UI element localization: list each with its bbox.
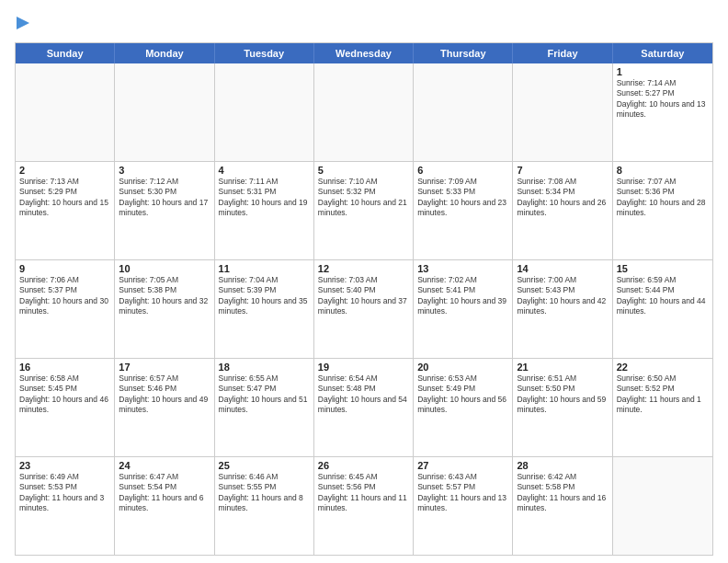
day-info: Sunrise: 6:54 AM Sunset: 5:48 PM Dayligh…: [318, 373, 409, 416]
day-cell-23: 23Sunrise: 6:49 AM Sunset: 5:53 PM Dayli…: [16, 457, 115, 555]
day-info: Sunrise: 7:02 AM Sunset: 5:41 PM Dayligh…: [417, 275, 508, 317]
day-info: Sunrise: 6:58 AM Sunset: 5:45 PM Dayligh…: [19, 373, 110, 416]
day-info: Sunrise: 7:07 AM Sunset: 5:36 PM Dayligh…: [617, 177, 709, 219]
day-info: Sunrise: 7:13 AM Sunset: 5:29 PM Dayligh…: [19, 177, 110, 219]
day-info: Sunrise: 7:14 AM Sunset: 5:27 PM Dayligh…: [617, 78, 709, 121]
empty-cell-r0c0: [16, 63, 115, 161]
day-info: Sunrise: 6:46 AM Sunset: 5:55 PM Dayligh…: [219, 472, 310, 514]
day-info: Sunrise: 7:08 AM Sunset: 5:34 PM Dayligh…: [517, 177, 608, 219]
day-cell-18: 18Sunrise: 6:55 AM Sunset: 5:47 PM Dayli…: [215, 359, 314, 456]
day-cell-14: 14Sunrise: 7:00 AM Sunset: 5:43 PM Dayli…: [513, 260, 612, 358]
day-number: 8: [617, 165, 709, 176]
day-number: 13: [417, 263, 508, 274]
day-cell-2: 2Sunrise: 7:13 AM Sunset: 5:29 PM Daylig…: [16, 162, 115, 259]
page: SundayMondayTuesdayWednesdayThursdayFrid…: [0, 0, 728, 563]
day-info: Sunrise: 6:59 AM Sunset: 5:44 PM Dayligh…: [617, 275, 709, 317]
day-number: 26: [318, 460, 409, 471]
day-info: Sunrise: 7:09 AM Sunset: 5:33 PM Dayligh…: [417, 177, 508, 219]
day-number: 25: [219, 460, 310, 471]
day-number: 27: [417, 460, 508, 471]
day-info: Sunrise: 6:42 AM Sunset: 5:58 PM Dayligh…: [517, 472, 608, 514]
day-number: 11: [219, 263, 310, 274]
day-number: 10: [119, 263, 210, 274]
day-info: Sunrise: 7:03 AM Sunset: 5:40 PM Dayligh…: [318, 275, 409, 317]
day-info: Sunrise: 6:50 AM Sunset: 5:52 PM Dayligh…: [617, 373, 709, 416]
empty-cell-r0c1: [115, 63, 214, 161]
day-info: Sunrise: 7:04 AM Sunset: 5:39 PM Dayligh…: [219, 275, 310, 317]
day-cell-7: 7Sunrise: 7:08 AM Sunset: 5:34 PM Daylig…: [513, 162, 612, 259]
day-info: Sunrise: 7:00 AM Sunset: 5:43 PM Dayligh…: [517, 275, 608, 317]
weekday-header-monday: Monday: [115, 43, 214, 63]
weekday-header-tuesday: Tuesday: [215, 43, 314, 63]
empty-cell-r0c4: [414, 63, 513, 161]
day-cell-26: 26Sunrise: 6:45 AM Sunset: 5:56 PM Dayli…: [314, 457, 414, 555]
empty-cell-r4c6: [613, 457, 712, 555]
day-info: Sunrise: 6:51 AM Sunset: 5:50 PM Dayligh…: [517, 373, 608, 416]
day-info: Sunrise: 6:55 AM Sunset: 5:47 PM Dayligh…: [219, 373, 310, 416]
day-number: 17: [119, 362, 210, 373]
day-info: Sunrise: 6:47 AM Sunset: 5:54 PM Dayligh…: [119, 472, 210, 514]
empty-cell-r0c2: [215, 63, 314, 161]
day-number: 18: [219, 362, 310, 373]
day-number: 28: [517, 460, 608, 471]
day-cell-5: 5Sunrise: 7:10 AM Sunset: 5:32 PM Daylig…: [314, 162, 414, 259]
day-cell-8: 8Sunrise: 7:07 AM Sunset: 5:36 PM Daylig…: [613, 162, 712, 259]
day-cell-24: 24Sunrise: 6:47 AM Sunset: 5:54 PM Dayli…: [115, 457, 214, 555]
logo: [15, 15, 35, 35]
weekday-header-friday: Friday: [513, 43, 612, 63]
empty-cell-r0c3: [314, 63, 414, 161]
day-cell-6: 6Sunrise: 7:09 AM Sunset: 5:33 PM Daylig…: [414, 162, 513, 259]
day-cell-13: 13Sunrise: 7:02 AM Sunset: 5:41 PM Dayli…: [414, 260, 513, 358]
day-info: Sunrise: 6:43 AM Sunset: 5:57 PM Dayligh…: [417, 472, 508, 514]
day-info: Sunrise: 7:12 AM Sunset: 5:30 PM Dayligh…: [119, 177, 210, 219]
day-number: 12: [318, 263, 409, 274]
calendar: SundayMondayTuesdayWednesdayThursdayFrid…: [15, 42, 713, 556]
day-cell-27: 27Sunrise: 6:43 AM Sunset: 5:57 PM Dayli…: [414, 457, 513, 555]
day-number: 20: [417, 362, 508, 373]
header: [15, 15, 713, 35]
svg-marker-0: [17, 17, 29, 29]
day-number: 2: [19, 165, 110, 176]
day-number: 6: [417, 165, 508, 176]
calendar-row-0: 1Sunrise: 7:14 AM Sunset: 5:27 PM Daylig…: [16, 63, 712, 162]
day-number: 21: [517, 362, 608, 373]
day-info: Sunrise: 7:05 AM Sunset: 5:38 PM Dayligh…: [119, 275, 210, 317]
day-info: Sunrise: 7:06 AM Sunset: 5:37 PM Dayligh…: [19, 275, 110, 317]
calendar-body: 1Sunrise: 7:14 AM Sunset: 5:27 PM Daylig…: [16, 63, 712, 555]
day-number: 24: [119, 460, 210, 471]
day-cell-11: 11Sunrise: 7:04 AM Sunset: 5:39 PM Dayli…: [215, 260, 314, 358]
day-cell-15: 15Sunrise: 6:59 AM Sunset: 5:44 PM Dayli…: [613, 260, 712, 358]
calendar-header: SundayMondayTuesdayWednesdayThursdayFrid…: [16, 43, 712, 63]
weekday-header-thursday: Thursday: [414, 43, 513, 63]
day-number: 9: [19, 263, 110, 274]
day-cell-9: 9Sunrise: 7:06 AM Sunset: 5:37 PM Daylig…: [16, 260, 115, 358]
calendar-row-2: 9Sunrise: 7:06 AM Sunset: 5:37 PM Daylig…: [16, 260, 712, 359]
weekday-header-wednesday: Wednesday: [314, 43, 414, 63]
day-cell-3: 3Sunrise: 7:12 AM Sunset: 5:30 PM Daylig…: [115, 162, 214, 259]
logo-wrapper: [15, 15, 35, 35]
calendar-row-3: 16Sunrise: 6:58 AM Sunset: 5:45 PM Dayli…: [16, 359, 712, 457]
day-cell-28: 28Sunrise: 6:42 AM Sunset: 5:58 PM Dayli…: [513, 457, 612, 555]
weekday-header-sunday: Sunday: [16, 43, 115, 63]
day-cell-17: 17Sunrise: 6:57 AM Sunset: 5:46 PM Dayli…: [115, 359, 214, 456]
calendar-row-4: 23Sunrise: 6:49 AM Sunset: 5:53 PM Dayli…: [16, 457, 712, 555]
day-info: Sunrise: 7:10 AM Sunset: 5:32 PM Dayligh…: [318, 177, 409, 219]
day-number: 16: [19, 362, 110, 373]
day-cell-4: 4Sunrise: 7:11 AM Sunset: 5:31 PM Daylig…: [215, 162, 314, 259]
day-cell-16: 16Sunrise: 6:58 AM Sunset: 5:45 PM Dayli…: [16, 359, 115, 456]
day-info: Sunrise: 6:45 AM Sunset: 5:56 PM Dayligh…: [318, 472, 409, 514]
weekday-header-saturday: Saturday: [613, 43, 712, 63]
day-cell-20: 20Sunrise: 6:53 AM Sunset: 5:49 PM Dayli…: [414, 359, 513, 456]
day-cell-10: 10Sunrise: 7:05 AM Sunset: 5:38 PM Dayli…: [115, 260, 214, 358]
day-number: 7: [517, 165, 608, 176]
day-cell-1: 1Sunrise: 7:14 AM Sunset: 5:27 PM Daylig…: [613, 63, 712, 161]
day-number: 14: [517, 263, 608, 274]
day-cell-21: 21Sunrise: 6:51 AM Sunset: 5:50 PM Dayli…: [513, 359, 612, 456]
day-number: 23: [19, 460, 110, 471]
day-number: 3: [119, 165, 210, 176]
logo-arrow-icon: [17, 15, 33, 35]
day-info: Sunrise: 6:57 AM Sunset: 5:46 PM Dayligh…: [119, 373, 210, 416]
day-number: 5: [318, 165, 409, 176]
day-cell-22: 22Sunrise: 6:50 AM Sunset: 5:52 PM Dayli…: [613, 359, 712, 456]
day-cell-19: 19Sunrise: 6:54 AM Sunset: 5:48 PM Dayli…: [314, 359, 414, 456]
